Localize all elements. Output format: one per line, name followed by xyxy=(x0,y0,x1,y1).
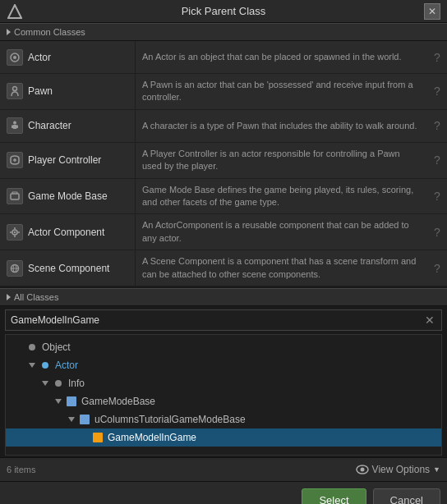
scene-component-icon xyxy=(7,260,23,277)
player-controller-help-icon[interactable]: ? xyxy=(427,143,447,178)
svg-point-2 xyxy=(13,56,16,59)
class-row-character-left: Character xyxy=(0,110,136,142)
tree-item-info[interactable]: Info xyxy=(6,374,441,392)
tree-item-gamemodebase[interactable]: GameModeBase xyxy=(6,392,441,410)
gamemodel-icon xyxy=(91,431,104,444)
title-bar: Pick Parent Class ✕ xyxy=(0,0,447,23)
class-row-game-mode-base[interactable]: Game Mode Base Game Mode Base defines th… xyxy=(0,179,447,215)
tree-item-actor[interactable]: Actor xyxy=(6,356,441,374)
actor-component-icon xyxy=(7,224,23,241)
actor-component-label: Actor Component xyxy=(28,227,104,238)
info-icon xyxy=(52,377,65,390)
tree-item-ucolumnsgamemodebase[interactable]: uColumnsTutorialGameModeBase xyxy=(6,410,441,428)
app-logo xyxy=(7,3,23,20)
actor-tree-icon xyxy=(39,359,52,372)
all-classes-label: All Classes xyxy=(14,292,58,302)
gamemodel-expand xyxy=(78,431,91,444)
svg-rect-6 xyxy=(12,126,13,129)
class-row-player-controller[interactable]: Player Controller A Player Controller is… xyxy=(0,143,447,179)
svg-point-4 xyxy=(13,121,16,125)
actor-component-desc: An ActorComponent is a reusable componen… xyxy=(136,214,427,250)
common-classes-header: Common Classes xyxy=(0,23,447,41)
view-options-label: View Options xyxy=(372,464,430,475)
info-expand[interactable] xyxy=(39,377,52,390)
class-row-actor-left: Actor xyxy=(0,41,136,73)
search-input[interactable] xyxy=(11,314,423,326)
character-desc: A character is a type of Pawn that inclu… xyxy=(136,110,427,142)
gamemodebase-icon xyxy=(65,395,78,408)
actor-label: Actor xyxy=(28,52,51,63)
svg-marker-0 xyxy=(8,5,21,18)
ucolumns-icon xyxy=(78,413,91,426)
scene-component-desc: A Scene Component is a component that ha… xyxy=(136,250,427,286)
character-icon xyxy=(7,117,23,134)
game-mode-base-icon xyxy=(7,188,23,204)
all-classes-triangle-icon xyxy=(7,294,11,300)
gamemodel-label: GameModelInGame xyxy=(108,432,196,443)
expand-triangle-icon xyxy=(7,29,11,35)
class-row-playercontroller-left: Player Controller xyxy=(0,143,136,178)
common-classes-list: Actor An Actor is an object that can be … xyxy=(0,41,447,286)
class-row-gamemodebase-left: Game Mode Base xyxy=(0,179,136,214)
class-row-scenecomponent-left: Scene Component xyxy=(0,250,136,286)
all-classes-header: All Classes xyxy=(0,288,447,306)
character-help-icon[interactable]: ? xyxy=(427,110,447,142)
svg-rect-5 xyxy=(13,125,17,129)
ucolumns-expand[interactable] xyxy=(65,413,78,426)
svg-rect-10 xyxy=(11,194,19,199)
object-expand xyxy=(12,341,25,354)
class-row-actorcomponent-left: Actor Component xyxy=(0,214,136,250)
class-row-character[interactable]: Character A character is a type of Pawn … xyxy=(0,110,447,143)
svg-point-21 xyxy=(360,467,364,471)
game-mode-base-label: Game Mode Base xyxy=(28,190,108,202)
player-controller-desc: A Player Controller is an actor responsi… xyxy=(136,143,427,178)
select-button[interactable]: Select xyxy=(302,488,366,504)
svg-rect-7 xyxy=(16,126,18,129)
class-row-pawn-left: Pawn xyxy=(0,74,136,109)
window-title: Pick Parent Class xyxy=(23,5,424,17)
pawn-desc: A Pawn is an actor that can be 'possesse… xyxy=(136,74,427,109)
ucolumns-label: uColumnsTutorialGameModeBase xyxy=(94,414,246,425)
view-options-button[interactable]: View Options ▼ xyxy=(356,463,440,476)
player-controller-label: Player Controller xyxy=(28,154,101,166)
svg-point-12 xyxy=(14,231,16,233)
player-controller-icon xyxy=(7,152,23,168)
footer: 6 items View Options ▼ xyxy=(0,457,447,481)
items-count: 6 items xyxy=(7,465,35,474)
class-row-actor[interactable]: Actor An Actor is an object that can be … xyxy=(0,41,447,74)
actor-component-help-icon[interactable]: ? xyxy=(427,214,447,250)
scene-component-label: Scene Component xyxy=(28,263,109,274)
common-classes-label: Common Classes xyxy=(14,27,85,37)
info-label: Info xyxy=(68,378,85,389)
game-mode-base-help-icon[interactable]: ? xyxy=(427,179,447,214)
class-tree: Object Actor Info GameModeBase xyxy=(5,334,442,456)
search-clear-icon[interactable]: ✕ xyxy=(423,314,436,327)
eye-icon xyxy=(356,463,369,476)
actor-icon xyxy=(7,49,23,66)
game-mode-base-desc: Game Mode Base defines the game being pl… xyxy=(136,179,427,214)
svg-point-3 xyxy=(13,87,17,91)
tree-item-gamemodelingame[interactable]: GameModelInGame xyxy=(6,428,441,447)
scene-component-help-icon[interactable]: ? xyxy=(427,250,447,286)
actor-help-icon[interactable]: ? xyxy=(427,41,447,73)
pawn-help-icon[interactable]: ? xyxy=(427,74,447,109)
object-icon xyxy=(25,341,39,354)
cancel-button[interactable]: Cancel xyxy=(373,488,440,504)
pawn-label: Pawn xyxy=(28,85,53,97)
actor-expand[interactable] xyxy=(25,359,39,372)
gamemodebase-expand[interactable] xyxy=(52,395,65,408)
view-options-chevron-icon: ▼ xyxy=(433,465,440,474)
close-button[interactable]: ✕ xyxy=(424,3,440,20)
gamemodebase-label: GameModeBase xyxy=(81,396,155,407)
class-row-actor-component[interactable]: Actor Component An ActorComponent is a r… xyxy=(0,214,447,250)
search-bar: ✕ xyxy=(5,309,442,331)
object-label: Object xyxy=(42,341,71,353)
bottom-buttons: Select Cancel xyxy=(0,481,447,504)
tree-item-object[interactable]: Object xyxy=(6,338,441,356)
pawn-icon xyxy=(7,83,23,99)
class-row-scene-component[interactable]: Scene Component A Scene Component is a c… xyxy=(0,250,447,286)
class-row-pawn[interactable]: Pawn A Pawn is an actor that can be 'pos… xyxy=(0,74,447,110)
actor-desc: An Actor is an object that can be placed… xyxy=(136,41,427,73)
actor-tree-label: Actor xyxy=(55,360,78,371)
character-label: Character xyxy=(28,120,71,131)
